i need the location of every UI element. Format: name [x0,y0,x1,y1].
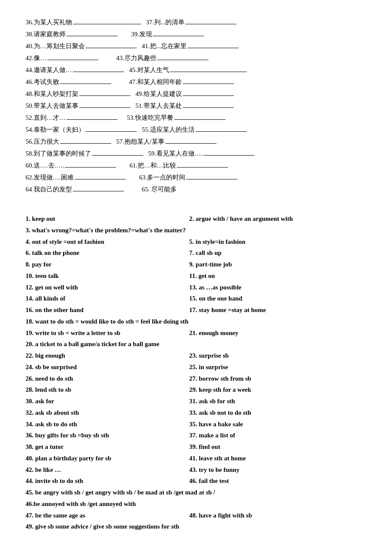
english-row-26-27: 26. need to do sth 27. borrow sth from s… [26,373,366,384]
english-row-24-25: 24. sb be surprised 25. in surprise [26,362,366,373]
english-item-46c: 46.be annoyed with sb /get annoyed with [26,499,366,509]
chinese-item-36: 36.为某人买礼物 [26,17,142,27]
english-section: 1. keep out 2. argue with / have an argu… [26,214,366,532]
english-item-20: 20. a ticket to a ball game/a ticket for… [26,339,366,350]
chinese-item-62: 62.发现做….困难 [26,172,127,182]
english-item-15: 15. on the one hand [189,293,366,304]
chinese-item-38: 38.请家庭教师 [26,29,118,39]
chinese-item-57: 57.抱怨某人/某事 [116,136,217,147]
english-row-38-39: 38. get a tutor 39. find out [26,442,366,452]
english-item-45: 45. be angry with sb / get angry with sb… [26,487,366,498]
chinese-item-42: 42.像… [26,53,99,63]
english-item-23: 23. surprise sb [189,350,366,361]
english-item-7: 7. call sb up [189,248,366,258]
english-item-1: 1. keep out [26,214,189,224]
english-item-32: 32. ask sb about sth [26,408,189,418]
chinese-row-62-63: 62.发现做….困难 63.多一点的时间 [26,172,366,182]
english-item-24: 24. sb be surprised [26,362,189,373]
english-row-18: 18. want to do sth = would like to do st… [26,316,366,327]
english-row-6-7: 6. talk on the phone 7. call sb up [26,248,366,258]
english-row-14-15: 14. all kinds of 15. on the one hand [26,293,366,304]
english-item-43: 43. try to be funny [189,465,366,475]
chinese-item-53: 53.快速吃完早餐 [127,113,226,123]
english-row-22-23: 22. big enough 23. surprise sb [26,350,366,361]
english-item-6: 6. talk on the phone [26,248,189,258]
chinese-row-60-61: 60.送….去….. 61.把…和…比较 [26,160,366,171]
chinese-row-56-57: 56.压力很大 57.抱怨某人/某事 [26,136,366,147]
english-item-28: 28. lend sth to sb [26,384,189,395]
english-item-26: 26. need to do sth [26,373,189,384]
english-item-8: 8. pay for [26,259,189,270]
chinese-item-54: 54.泰勒一家（夫妇） [26,124,138,135]
english-row-36-37: 36. buy gifts for sb =buy sb sth 37. mak… [26,430,366,441]
chinese-item-45: 45.对某人生气 [129,65,248,75]
english-item-40: 40. plan a birthday party for sb [26,453,189,464]
english-row-10-11: 10. teen talk 11. get on [26,271,366,281]
chinese-row-42-43: 42.像… 43.尽力风趣些 [26,53,366,63]
english-item-4: 4. out of style =out of fashion [26,237,189,247]
chinese-item-51: 51.带某人去某处 [135,101,235,111]
english-row-45: 45. be angry with sb / get angry with sb… [26,487,366,498]
english-item-5: 5. in style=in fashion [189,237,366,247]
chinese-row-36-37: 36.为某人买礼物 37.列...的清单 [26,17,366,27]
english-item-11: 11. get on [189,271,366,281]
english-item-9: 9. part-time job [189,259,366,270]
chinese-item-43: 43.尽力风趣些 [116,53,209,63]
chinese-item-65: 65. 尽可能多 [142,184,177,194]
english-item-2: 2. argue with / have an argument with [189,214,366,224]
english-item-38: 38. get a tutor [26,442,189,452]
english-item-13: 13. as …as possible [189,282,366,293]
chinese-item-52: 52.直到…才… [26,113,118,123]
chinese-row-54-55: 54.泰勒一家（夫妇） 55.适应某人的生活 [26,124,366,135]
english-item-37: 37. make a list of [189,430,366,441]
chinese-row-52-53: 52.直到…才… 53.快速吃完早餐 [26,113,366,123]
english-item-29: 29. keep sth for a week [189,384,366,395]
chinese-item-44: 44.邀请某人做… [26,65,125,75]
english-item-44: 44. invite sb to do sth [26,476,189,486]
english-item-31: 31. ask sb for sth [189,396,366,407]
english-item-30: 30. ask for [26,396,189,407]
english-item-36: 36. buy gifts for sb =buy sb sth [26,430,189,441]
chinese-item-59: 59.看见某人在做…. [148,148,256,159]
chinese-item-39: 39.发现 [131,29,205,39]
english-item-46b: 46. fail the test [189,476,366,486]
chinese-item-58: 58.到了做某事的时候了 [26,148,144,159]
chinese-item-46: 46.考试失败 [26,77,112,87]
chinese-item-50: 50.带某人去做某事 [26,101,131,111]
english-item-41: 41. leave sth at home [189,453,366,464]
chinese-item-63: 63.多一点的时间 [139,172,239,182]
english-item-34: 34. ask sb to do sth [26,419,189,430]
english-item-22: 22. big enough [26,350,189,361]
english-row-34-35: 34. ask sb to do sth 35. have a bake sal… [26,419,366,430]
chinese-item-37: 37.列...的清单 [146,17,237,27]
chinese-section: 36.为某人买礼物 37.列...的清单 38.请家庭教师 39.发现 40.为… [26,17,366,194]
english-item-3: 3. what's wrong?=what's the problem?=wha… [26,225,366,236]
english-item-12: 12. get on well with [26,282,189,293]
chinese-row-58-59: 58.到了做某事的时候了 59.看见某人在做…. [26,148,366,159]
english-row-46c: 46.be annoyed with sb /get annoyed with [26,499,366,509]
english-row-40-41: 40. plan a birthday party for sb 41. lea… [26,453,366,464]
english-item-35: 35. have a bake sale [189,419,366,430]
chinese-item-55: 55.适应某人的生活 [142,124,248,135]
chinese-item-64: 64 我自己的发型 [26,184,125,194]
chinese-row-38-39: 38.请家庭教师 39.发现 [26,29,366,39]
english-item-17: 17. stay home =stay at home [189,305,366,315]
english-item-10: 10. teen talk [26,271,189,281]
english-row-42-43: 42. be like … 43. try to be funny [26,465,366,475]
english-item-16: 16. on the other hand [26,305,189,315]
chinese-item-48: 48.和某人吵架打架 [26,89,131,99]
english-item-27: 27. borrow sth from sb [189,373,366,384]
english-row-3: 3. what's wrong?=what's the problem?=wha… [26,225,366,236]
english-row-47-48: 47. be the same age as 48. have a fight … [26,510,366,521]
chinese-item-41: 41.把...忘在家里 [142,41,239,51]
chinese-row-48-49: 48.和某人吵架打架 49.给某人提建议 [26,89,366,99]
english-row-20: 20. a ticket to a ball game/a ticket for… [26,339,366,350]
english-item-39: 39. find out [189,442,366,452]
english-row-30-31: 30. ask for 31. ask sb for sth [26,396,366,407]
english-item-47: 47. be the same age as [26,510,189,521]
chinese-row-50-51: 50.带某人去做某事 51.带某人去某处 [26,101,366,111]
english-row-28-29: 28. lend sth to sb 29. keep sth for a we… [26,384,366,395]
chinese-item-60: 60.送….去….. [26,160,117,171]
english-item-21: 21. enough money [189,328,366,338]
chinese-item-61: 61.把…和…比较 [130,160,229,171]
